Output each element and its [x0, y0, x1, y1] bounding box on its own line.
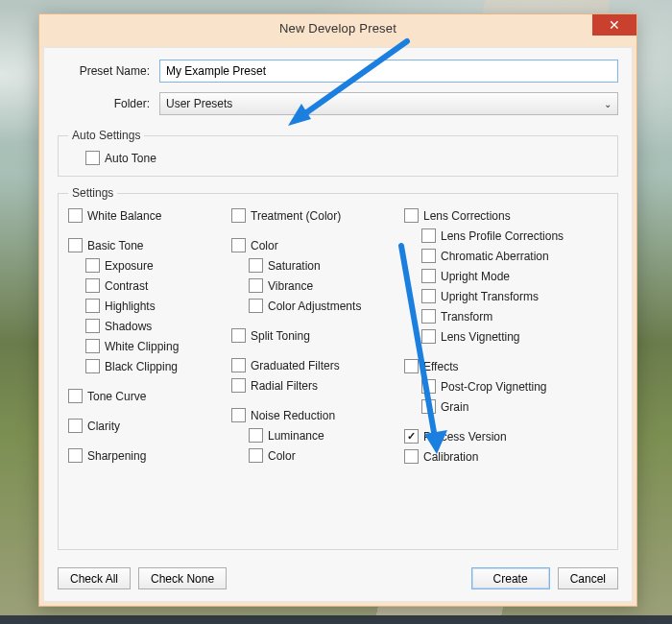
checkbox-icon	[421, 269, 436, 283]
sharpening-checkbox[interactable]: Sharpening	[68, 448, 231, 463]
checkbox-icon	[68, 208, 83, 223]
post-crop-vignetting-checkbox[interactable]: Post-Crop Vignetting	[404, 379, 608, 394]
upright-mode-checkbox[interactable]: Upright Mode	[404, 269, 608, 283]
checkbox-icon	[68, 419, 83, 433]
checkbox-icon	[68, 448, 83, 463]
cancel-button[interactable]: Cancel	[558, 567, 618, 589]
checkbox-icon	[249, 258, 263, 273]
settings-group: Settings White Balance Basic Tone Exposu…	[58, 186, 618, 550]
effects-label: Effects	[423, 360, 458, 373]
post-crop-vignetting-label: Post-Crop Vignetting	[441, 380, 547, 394]
radial-filters-label: Radial Filters	[251, 379, 318, 393]
checkbox-icon	[231, 238, 246, 252]
lens-profile-checkbox[interactable]: Lens Profile Corrections	[404, 228, 608, 243]
grain-checkbox[interactable]: Grain	[404, 399, 608, 414]
checkbox-icon	[421, 379, 436, 394]
titlebar: New Develop Preset ✕	[39, 14, 636, 43]
basic-tone-label: Basic Tone	[87, 239, 143, 252]
checkbox-icon	[249, 278, 263, 293]
upright-mode-label: Upright Mode	[441, 270, 510, 283]
checkbox-icon	[231, 328, 246, 343]
checkbox-icon	[421, 228, 436, 243]
checkbox-icon	[85, 339, 100, 353]
shadows-checkbox[interactable]: Shadows	[68, 319, 231, 333]
contrast-label: Contrast	[105, 279, 148, 293]
preset-name-input[interactable]	[159, 60, 618, 83]
split-toning-label: Split Toning	[251, 329, 310, 343]
process-version-checkbox[interactable]: Process Version	[404, 429, 608, 444]
effects-checkbox[interactable]: Effects	[404, 359, 608, 373]
white-clipping-label: White Clipping	[105, 340, 179, 353]
black-clipping-checkbox[interactable]: Black Clipping	[68, 359, 231, 373]
checkbox-icon	[68, 238, 83, 252]
checkbox-icon	[421, 249, 436, 263]
radial-filters-checkbox[interactable]: Radial Filters	[231, 378, 404, 393]
checkbox-icon	[231, 208, 246, 223]
vibrance-checkbox[interactable]: Vibrance	[231, 278, 404, 293]
check-all-button[interactable]: Check All	[58, 567, 131, 589]
lens-vignetting-checkbox[interactable]: Lens Vignetting	[404, 329, 608, 344]
lens-profile-label: Lens Profile Corrections	[441, 229, 564, 243]
checkbox-icon	[85, 359, 100, 373]
check-none-button[interactable]: Check None	[138, 567, 227, 589]
checkbox-icon	[85, 258, 100, 273]
color-label: Color	[251, 239, 278, 252]
luminance-checkbox[interactable]: Luminance	[231, 428, 404, 443]
lens-corrections-checkbox[interactable]: Lens Corrections	[404, 208, 608, 223]
graduated-filters-label: Graduated Filters	[251, 359, 340, 372]
checkbox-icon	[231, 358, 246, 372]
upright-transforms-checkbox[interactable]: Upright Transforms	[404, 289, 608, 303]
white-clipping-checkbox[interactable]: White Clipping	[68, 339, 231, 353]
clarity-checkbox[interactable]: Clarity	[68, 419, 231, 433]
chromatic-aberration-checkbox[interactable]: Chromatic Aberration	[404, 249, 608, 263]
exposure-checkbox[interactable]: Exposure	[68, 258, 231, 273]
saturation-checkbox[interactable]: Saturation	[231, 258, 404, 273]
highlights-checkbox[interactable]: Highlights	[68, 299, 231, 313]
lens-vignetting-label: Lens Vignetting	[441, 330, 520, 344]
checkbox-icon	[231, 408, 246, 422]
calibration-checkbox[interactable]: Calibration	[404, 449, 608, 464]
chevron-down-icon: ⌄	[604, 99, 612, 109]
checkbox-icon	[404, 208, 419, 223]
folder-label: Folder:	[58, 97, 159, 110]
checkbox-icon	[404, 429, 419, 444]
close-button[interactable]: ✕	[592, 14, 636, 36]
calibration-label: Calibration	[423, 450, 478, 464]
grain-label: Grain	[441, 400, 468, 414]
create-button[interactable]: Create	[471, 567, 550, 589]
color-checkbox[interactable]: Color	[231, 238, 404, 252]
highlights-label: Highlights	[105, 300, 156, 313]
treatment-label: Treatment (Color)	[251, 209, 341, 223]
tone-curve-checkbox[interactable]: Tone Curve	[68, 389, 231, 403]
treatment-checkbox[interactable]: Treatment (Color)	[231, 208, 404, 223]
noise-color-checkbox[interactable]: Color	[231, 448, 404, 463]
folder-select[interactable]: User Presets ⌄	[159, 92, 618, 115]
transform-checkbox[interactable]: Transform	[404, 309, 608, 324]
color-adjustments-checkbox[interactable]: Color Adjustments	[231, 299, 404, 313]
auto-tone-checkbox[interactable]: Auto Tone	[68, 151, 608, 165]
checkbox-icon	[421, 309, 436, 324]
checkbox-icon	[249, 428, 263, 443]
chromatic-aberration-label: Chromatic Aberration	[441, 250, 549, 263]
checkbox-icon	[421, 399, 436, 414]
exposure-label: Exposure	[105, 259, 154, 273]
white-balance-checkbox[interactable]: White Balance	[68, 208, 231, 223]
checkbox-icon	[85, 319, 100, 333]
basic-tone-checkbox[interactable]: Basic Tone	[68, 238, 231, 252]
contrast-checkbox[interactable]: Contrast	[68, 278, 231, 293]
black-clipping-label: Black Clipping	[105, 360, 178, 373]
noise-reduction-label: Noise Reduction	[251, 409, 335, 422]
graduated-filters-checkbox[interactable]: Graduated Filters	[231, 358, 404, 372]
lens-corrections-label: Lens Corrections	[423, 209, 511, 223]
preset-name-label: Preset Name:	[58, 64, 159, 78]
checkbox-icon	[231, 378, 246, 393]
auto-settings-legend: Auto Settings	[68, 129, 144, 142]
new-develop-preset-dialog: New Develop Preset ✕ Preset Name: Folder…	[38, 13, 637, 607]
checkbox-icon	[249, 299, 263, 313]
clarity-label: Clarity	[87, 420, 120, 433]
checkbox-icon	[85, 299, 100, 313]
noise-reduction-checkbox[interactable]: Noise Reduction	[231, 408, 404, 422]
split-toning-checkbox[interactable]: Split Toning	[231, 328, 404, 343]
checkbox-icon	[421, 329, 436, 344]
luminance-label: Luminance	[268, 429, 324, 443]
